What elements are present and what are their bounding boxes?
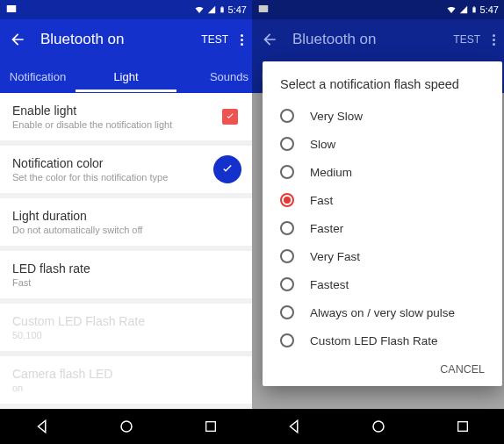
nav-home-icon[interactable] [119, 419, 134, 434]
row-subtitle: Do not automatically switch off [12, 225, 240, 235]
row-notification-color[interactable]: Notification color Set the color for thi… [0, 146, 252, 198]
flash-speed-option[interactable]: Fastest [263, 270, 502, 298]
option-label: Medium [310, 166, 352, 179]
row-enable-light[interactable]: Enable light Enable or disable the notif… [0, 93, 252, 146]
screen-left: 5:47 Bluetooth on TEST Notification Ligh… [0, 0, 252, 444]
tabs: Notification Light Sounds [0, 60, 252, 93]
option-label: Fast [310, 194, 333, 207]
option-label: Always on / very slow pulse [310, 306, 455, 319]
row-title: Notification color [12, 156, 240, 170]
navbar [252, 409, 504, 444]
test-button[interactable]: TEST [201, 33, 228, 46]
battery-icon [471, 4, 478, 15]
row-subtitle: on [12, 383, 240, 393]
navbar [0, 409, 252, 444]
radio-icon [280, 333, 294, 347]
radio-icon [280, 137, 294, 151]
radio-icon [280, 221, 294, 235]
color-indicator-icon[interactable] [213, 155, 241, 183]
row-title: Camera flash LED [12, 367, 240, 381]
dialog-title: Select a notification flash speed [263, 77, 502, 102]
signal-icon [207, 4, 216, 15]
row-light-duration[interactable]: Light duration Do not automatically swit… [0, 198, 252, 251]
radio-icon [280, 109, 294, 123]
test-button: TEST [453, 33, 480, 46]
option-label: Slow [310, 138, 335, 151]
overflow-menu-icon[interactable] [241, 34, 243, 46]
svg-rect-9 [457, 422, 467, 432]
row-subtitle: Enable or disable the notification light [12, 119, 240, 130]
page-title: Bluetooth on [292, 31, 453, 48]
cancel-button[interactable]: CANCEL [263, 354, 502, 379]
battery-icon [219, 4, 226, 15]
svg-rect-5 [259, 5, 269, 12]
row-title: Light duration [12, 209, 240, 223]
nav-recent-icon[interactable] [456, 419, 470, 433]
radio-icon [280, 193, 294, 207]
checkbox-icon[interactable] [222, 109, 238, 125]
row-led-flash-rate[interactable]: LED flash rate Fast [0, 251, 252, 304]
tab-notification[interactable]: Notification [0, 61, 76, 92]
flash-speed-option[interactable]: Fast [263, 186, 502, 214]
appbar: Bluetooth on TEST [0, 19, 252, 60]
appbar: Bluetooth on TEST [252, 19, 504, 60]
back-icon[interactable] [9, 31, 26, 48]
flash-speed-option[interactable]: Medium [263, 158, 502, 186]
statusbar: 5:47 [252, 0, 504, 19]
row-title: Custom LED Flash Rate [12, 314, 240, 328]
flash-speed-option[interactable]: Faster [263, 214, 502, 242]
nav-back-icon[interactable] [34, 419, 50, 434]
svg-rect-4 [205, 422, 215, 432]
tab-light[interactable]: Light [76, 61, 176, 92]
svg-rect-7 [473, 6, 474, 7]
flash-speed-option[interactable]: Custom LED Flash Rate [263, 326, 502, 354]
option-label: Custom LED Flash Rate [310, 334, 438, 347]
flash-speed-option[interactable]: Always on / very slow pulse [263, 298, 502, 326]
row-subtitle: Set the color for this notification type [12, 172, 240, 183]
svg-rect-6 [472, 7, 475, 12]
radio-icon [280, 277, 294, 291]
row-custom-flash-rate: Custom LED Flash Rate 50,100 [0, 304, 252, 356]
statusbar: 5:47 [0, 0, 252, 19]
radio-icon [280, 249, 294, 263]
overflow-menu-icon [493, 34, 495, 46]
row-title: Enable light [12, 104, 240, 118]
screen-right: 5:47 Bluetooth on TEST Notification Ligh… [252, 0, 504, 444]
signal-icon [459, 4, 468, 15]
row-subtitle: Fast [12, 277, 240, 288]
option-label: Very Fast [310, 250, 360, 263]
row-subtitle: 50,100 [12, 330, 240, 340]
clock: 5:47 [480, 4, 499, 15]
radio-icon [280, 165, 294, 179]
flash-speed-option[interactable]: Very Fast [263, 242, 502, 270]
nav-recent-icon[interactable] [204, 419, 218, 433]
svg-rect-2 [221, 6, 222, 7]
option-label: Faster [310, 222, 343, 235]
option-label: Fastest [310, 278, 349, 291]
clock: 5:47 [228, 4, 247, 15]
row-camera-flash-led: Camera flash LED on [0, 356, 252, 409]
svg-rect-0 [7, 5, 17, 12]
radio-icon [280, 305, 294, 319]
svg-rect-1 [220, 7, 223, 12]
flash-speed-option[interactable]: Slow [263, 130, 502, 158]
option-label: Very Slow [310, 110, 363, 123]
tab-sounds[interactable]: Sounds [176, 61, 252, 92]
wifi-icon [194, 4, 205, 15]
svg-point-3 [121, 421, 132, 432]
flash-speed-option[interactable]: Very Slow [263, 102, 502, 130]
nav-home-icon[interactable] [371, 419, 386, 434]
wifi-icon [446, 4, 457, 15]
nav-back-icon[interactable] [286, 419, 302, 434]
page-title: Bluetooth on [40, 31, 201, 48]
svg-point-8 [373, 421, 384, 432]
row-title: LED flash rate [12, 261, 240, 276]
back-icon [261, 31, 278, 48]
flash-speed-dialog: Select a notification flash speed Very S… [263, 61, 502, 386]
